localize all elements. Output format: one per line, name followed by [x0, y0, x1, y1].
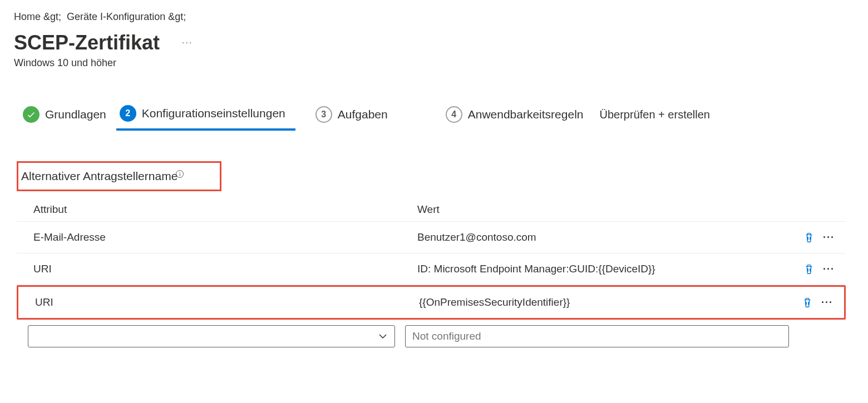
step-label: Anwendbarkeitsregeln	[468, 108, 584, 121]
step-label: Überprüfen + erstellen	[600, 108, 710, 121]
step-label: Konfigurationseinstellungen	[142, 107, 285, 120]
breadcrumb: Home &gt; Geräte I-Konfiguration &gt;	[14, 11, 854, 23]
san-table: Attribut Wert E-Mail-Adresse Benutzer1@c…	[17, 198, 846, 347]
table-row: URI ID: Microsoft Endpoint Manager:GUID:…	[17, 253, 846, 285]
section-title: Alternativer Antragstellername	[21, 170, 177, 183]
page-title-row: SCEP-Zertifikat ···	[14, 31, 854, 54]
attribut-dropdown[interactable]	[28, 325, 395, 347]
cell-wert: ID: Microsoft Endpoint Manager:GUID:{{De…	[412, 263, 785, 275]
info-icon[interactable]: i	[176, 170, 184, 178]
step-label: Grundlagen	[45, 108, 106, 121]
cell-attribut: E-Mail-Adresse	[28, 231, 412, 243]
trash-icon[interactable]	[801, 296, 813, 309]
more-icon[interactable]: ···	[821, 297, 833, 309]
cell-attribut: URI	[29, 296, 413, 309]
step-anwendbarkeit[interactable]: 4 Anwendbarkeitsregeln	[442, 101, 594, 130]
column-header-attribut: Attribut	[28, 203, 412, 216]
step-label: Aufgaben	[338, 108, 388, 121]
table-header: Attribut Wert	[17, 198, 846, 222]
chevron-down-icon	[378, 333, 388, 340]
step-number-icon: 3	[315, 106, 332, 123]
table-row: E-Mail-Adresse Benutzer1@contoso.com ···	[17, 222, 846, 253]
cell-attribut: URI	[28, 263, 412, 275]
cell-wert: Benutzer1@contoso.com	[412, 231, 785, 243]
step-ueberpruefen[interactable]: Überprüfen + erstellen	[596, 103, 720, 128]
more-icon[interactable]: ···	[823, 232, 835, 243]
step-grundlagen[interactable]: Grundlagen	[19, 101, 116, 130]
step-number-icon: 4	[446, 106, 462, 123]
column-header-wert: Wert	[412, 203, 835, 216]
more-icon[interactable]: ···	[823, 263, 835, 275]
page-title: SCEP-Zertifikat	[14, 31, 160, 54]
wert-input[interactable]: Not configured	[405, 325, 789, 347]
section-header-san: Alternativer Antragstellername i	[17, 161, 221, 191]
step-konfiguration[interactable]: 2 Konfigurationseinstellungen	[116, 99, 295, 131]
page-subtitle: Windows 10 und höher	[14, 57, 854, 69]
step-number-icon: 2	[120, 105, 136, 122]
checkmark-icon	[23, 106, 40, 123]
wizard-stepper: Grundlagen 2 Konfigurationseinstellungen…	[14, 99, 854, 131]
trash-icon[interactable]	[803, 262, 815, 276]
step-aufgaben[interactable]: 3 Aufgaben	[312, 101, 398, 130]
cell-wert: {{OnPremisesSecurityIdentifier}}	[413, 296, 783, 309]
san-input-row: Not configured	[17, 320, 846, 347]
table-row-highlighted: URI {{OnPremisesSecurityIdentifier}} ···	[17, 285, 846, 320]
trash-icon[interactable]	[803, 231, 815, 244]
title-more-menu[interactable]: ···	[182, 38, 193, 48]
breadcrumb-item-home[interactable]: Home &gt;	[14, 11, 61, 22]
san-section: Alternativer Antragstellername i Attribu…	[17, 161, 854, 347]
breadcrumb-item-devices[interactable]: Geräte I-Konfiguration &gt;	[67, 11, 186, 22]
